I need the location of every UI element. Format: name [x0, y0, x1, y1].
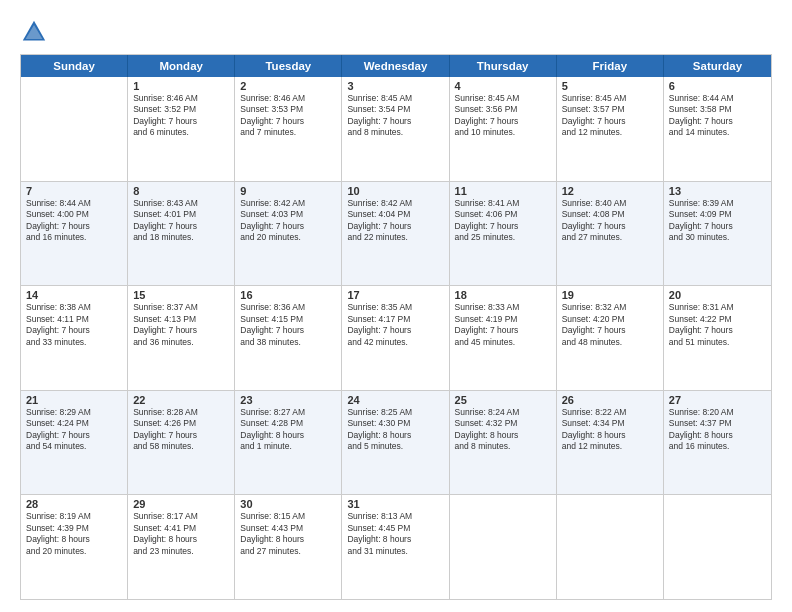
calendar-cell-w5d2: 30Sunrise: 8:15 AM Sunset: 4:43 PM Dayli…	[235, 495, 342, 599]
cell-date: 6	[669, 80, 766, 92]
calendar-cell-w1d0	[21, 77, 128, 181]
cell-info: Sunrise: 8:25 AM Sunset: 4:30 PM Dayligh…	[347, 407, 443, 453]
calendar: SundayMondayTuesdayWednesdayThursdayFrid…	[20, 54, 772, 600]
cell-date: 14	[26, 289, 122, 301]
cell-info: Sunrise: 8:46 AM Sunset: 3:53 PM Dayligh…	[240, 93, 336, 139]
calendar-cell-w2d2: 9Sunrise: 8:42 AM Sunset: 4:03 PM Daylig…	[235, 182, 342, 286]
cell-date: 7	[26, 185, 122, 197]
calendar-cell-w5d6	[664, 495, 771, 599]
calendar-cell-w1d6: 6Sunrise: 8:44 AM Sunset: 3:58 PM Daylig…	[664, 77, 771, 181]
logo	[20, 18, 53, 46]
calendar-row-5: 28Sunrise: 8:19 AM Sunset: 4:39 PM Dayli…	[21, 495, 771, 599]
calendar-cell-w2d6: 13Sunrise: 8:39 AM Sunset: 4:09 PM Dayli…	[664, 182, 771, 286]
cell-info: Sunrise: 8:41 AM Sunset: 4:06 PM Dayligh…	[455, 198, 551, 244]
calendar-cell-w5d4	[450, 495, 557, 599]
page: SundayMondayTuesdayWednesdayThursdayFrid…	[0, 0, 792, 612]
cell-date: 21	[26, 394, 122, 406]
cell-info: Sunrise: 8:45 AM Sunset: 3:54 PM Dayligh…	[347, 93, 443, 139]
cell-info: Sunrise: 8:44 AM Sunset: 4:00 PM Dayligh…	[26, 198, 122, 244]
cell-info: Sunrise: 8:20 AM Sunset: 4:37 PM Dayligh…	[669, 407, 766, 453]
calendar-cell-w4d2: 23Sunrise: 8:27 AM Sunset: 4:28 PM Dayli…	[235, 391, 342, 495]
calendar-cell-w1d2: 2Sunrise: 8:46 AM Sunset: 3:53 PM Daylig…	[235, 77, 342, 181]
cell-info: Sunrise: 8:29 AM Sunset: 4:24 PM Dayligh…	[26, 407, 122, 453]
cell-info: Sunrise: 8:46 AM Sunset: 3:52 PM Dayligh…	[133, 93, 229, 139]
cell-date: 25	[455, 394, 551, 406]
cell-date: 2	[240, 80, 336, 92]
cell-date: 17	[347, 289, 443, 301]
calendar-header: SundayMondayTuesdayWednesdayThursdayFrid…	[21, 55, 771, 77]
cell-date: 22	[133, 394, 229, 406]
cell-info: Sunrise: 8:13 AM Sunset: 4:45 PM Dayligh…	[347, 511, 443, 557]
calendar-cell-w4d3: 24Sunrise: 8:25 AM Sunset: 4:30 PM Dayli…	[342, 391, 449, 495]
cell-info: Sunrise: 8:33 AM Sunset: 4:19 PM Dayligh…	[455, 302, 551, 348]
cell-info: Sunrise: 8:38 AM Sunset: 4:11 PM Dayligh…	[26, 302, 122, 348]
day-header-monday: Monday	[128, 55, 235, 77]
cell-date: 23	[240, 394, 336, 406]
cell-info: Sunrise: 8:36 AM Sunset: 4:15 PM Dayligh…	[240, 302, 336, 348]
calendar-cell-w3d3: 17Sunrise: 8:35 AM Sunset: 4:17 PM Dayli…	[342, 286, 449, 390]
cell-date: 12	[562, 185, 658, 197]
cell-date: 9	[240, 185, 336, 197]
cell-info: Sunrise: 8:44 AM Sunset: 3:58 PM Dayligh…	[669, 93, 766, 139]
cell-info: Sunrise: 8:37 AM Sunset: 4:13 PM Dayligh…	[133, 302, 229, 348]
calendar-cell-w3d6: 20Sunrise: 8:31 AM Sunset: 4:22 PM Dayli…	[664, 286, 771, 390]
cell-info: Sunrise: 8:35 AM Sunset: 4:17 PM Dayligh…	[347, 302, 443, 348]
cell-info: Sunrise: 8:19 AM Sunset: 4:39 PM Dayligh…	[26, 511, 122, 557]
cell-info: Sunrise: 8:15 AM Sunset: 4:43 PM Dayligh…	[240, 511, 336, 557]
cell-date: 27	[669, 394, 766, 406]
logo-icon	[20, 18, 48, 46]
day-header-thursday: Thursday	[450, 55, 557, 77]
calendar-row-3: 14Sunrise: 8:38 AM Sunset: 4:11 PM Dayli…	[21, 286, 771, 391]
cell-date: 4	[455, 80, 551, 92]
calendar-body: 1Sunrise: 8:46 AM Sunset: 3:52 PM Daylig…	[21, 77, 771, 599]
calendar-cell-w2d3: 10Sunrise: 8:42 AM Sunset: 4:04 PM Dayli…	[342, 182, 449, 286]
calendar-cell-w2d5: 12Sunrise: 8:40 AM Sunset: 4:08 PM Dayli…	[557, 182, 664, 286]
calendar-cell-w3d2: 16Sunrise: 8:36 AM Sunset: 4:15 PM Dayli…	[235, 286, 342, 390]
calendar-row-4: 21Sunrise: 8:29 AM Sunset: 4:24 PM Dayli…	[21, 391, 771, 496]
cell-date: 29	[133, 498, 229, 510]
cell-date: 19	[562, 289, 658, 301]
cell-date: 5	[562, 80, 658, 92]
calendar-cell-w1d4: 4Sunrise: 8:45 AM Sunset: 3:56 PM Daylig…	[450, 77, 557, 181]
cell-date: 13	[669, 185, 766, 197]
day-header-saturday: Saturday	[664, 55, 771, 77]
calendar-cell-w5d5	[557, 495, 664, 599]
calendar-cell-w3d1: 15Sunrise: 8:37 AM Sunset: 4:13 PM Dayli…	[128, 286, 235, 390]
calendar-cell-w3d0: 14Sunrise: 8:38 AM Sunset: 4:11 PM Dayli…	[21, 286, 128, 390]
cell-info: Sunrise: 8:17 AM Sunset: 4:41 PM Dayligh…	[133, 511, 229, 557]
calendar-cell-w4d0: 21Sunrise: 8:29 AM Sunset: 4:24 PM Dayli…	[21, 391, 128, 495]
calendar-cell-w3d4: 18Sunrise: 8:33 AM Sunset: 4:19 PM Dayli…	[450, 286, 557, 390]
cell-info: Sunrise: 8:39 AM Sunset: 4:09 PM Dayligh…	[669, 198, 766, 244]
cell-date: 30	[240, 498, 336, 510]
cell-info: Sunrise: 8:24 AM Sunset: 4:32 PM Dayligh…	[455, 407, 551, 453]
calendar-cell-w5d1: 29Sunrise: 8:17 AM Sunset: 4:41 PM Dayli…	[128, 495, 235, 599]
cell-info: Sunrise: 8:45 AM Sunset: 3:56 PM Dayligh…	[455, 93, 551, 139]
cell-date: 28	[26, 498, 122, 510]
calendar-cell-w4d4: 25Sunrise: 8:24 AM Sunset: 4:32 PM Dayli…	[450, 391, 557, 495]
cell-date: 31	[347, 498, 443, 510]
cell-date: 26	[562, 394, 658, 406]
calendar-cell-w5d0: 28Sunrise: 8:19 AM Sunset: 4:39 PM Dayli…	[21, 495, 128, 599]
cell-date: 15	[133, 289, 229, 301]
calendar-cell-w4d5: 26Sunrise: 8:22 AM Sunset: 4:34 PM Dayli…	[557, 391, 664, 495]
calendar-cell-w1d5: 5Sunrise: 8:45 AM Sunset: 3:57 PM Daylig…	[557, 77, 664, 181]
cell-info: Sunrise: 8:31 AM Sunset: 4:22 PM Dayligh…	[669, 302, 766, 348]
cell-date: 16	[240, 289, 336, 301]
day-header-tuesday: Tuesday	[235, 55, 342, 77]
calendar-cell-w2d0: 7Sunrise: 8:44 AM Sunset: 4:00 PM Daylig…	[21, 182, 128, 286]
cell-info: Sunrise: 8:45 AM Sunset: 3:57 PM Dayligh…	[562, 93, 658, 139]
cell-info: Sunrise: 8:32 AM Sunset: 4:20 PM Dayligh…	[562, 302, 658, 348]
calendar-row-1: 1Sunrise: 8:46 AM Sunset: 3:52 PM Daylig…	[21, 77, 771, 182]
calendar-cell-w3d5: 19Sunrise: 8:32 AM Sunset: 4:20 PM Dayli…	[557, 286, 664, 390]
cell-date: 3	[347, 80, 443, 92]
day-header-wednesday: Wednesday	[342, 55, 449, 77]
cell-info: Sunrise: 8:28 AM Sunset: 4:26 PM Dayligh…	[133, 407, 229, 453]
cell-date: 8	[133, 185, 229, 197]
cell-info: Sunrise: 8:22 AM Sunset: 4:34 PM Dayligh…	[562, 407, 658, 453]
cell-info: Sunrise: 8:43 AM Sunset: 4:01 PM Dayligh…	[133, 198, 229, 244]
cell-info: Sunrise: 8:42 AM Sunset: 4:04 PM Dayligh…	[347, 198, 443, 244]
cell-date: 10	[347, 185, 443, 197]
cell-info: Sunrise: 8:42 AM Sunset: 4:03 PM Dayligh…	[240, 198, 336, 244]
calendar-cell-w2d4: 11Sunrise: 8:41 AM Sunset: 4:06 PM Dayli…	[450, 182, 557, 286]
cell-info: Sunrise: 8:27 AM Sunset: 4:28 PM Dayligh…	[240, 407, 336, 453]
